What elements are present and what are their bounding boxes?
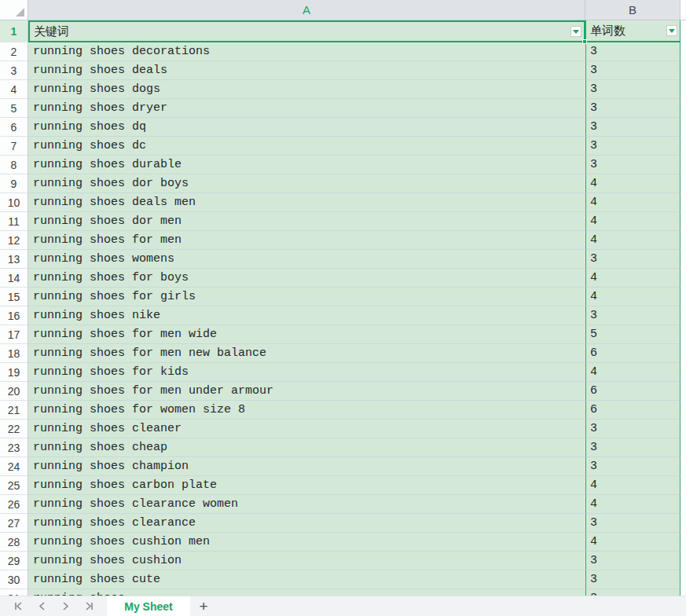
row-header[interactable]: 10 [0,193,28,212]
filter-dropdown-button-b[interactable] [666,25,677,36]
row-header[interactable]: 21 [0,401,28,420]
column-header-a[interactable]: A [28,0,585,20]
count-cell[interactable]: 4 [585,212,680,231]
row-header[interactable]: 27 [0,514,28,533]
prev-sheet-button[interactable] [30,596,53,616]
row-header[interactable]: 25 [0,476,28,495]
row-header[interactable]: 3 [0,61,28,80]
row-header[interactable]: 29 [0,552,28,570]
row-header[interactable]: 18 [0,344,28,363]
row-header[interactable]: 13 [0,250,28,269]
row-header[interactable]: 31 [0,589,28,596]
keyword-cell[interactable]: running shoes cleaner [28,420,585,438]
keyword-cell[interactable]: running shoes dor men [28,212,585,231]
row-header[interactable]: 5 [0,99,28,118]
select-all-corner[interactable] [0,0,28,20]
count-cell[interactable]: 3 [585,137,680,156]
keyword-cell[interactable]: running shoes dryer [28,99,585,118]
cell-a1-selected[interactable]: 关键词 [28,20,585,42]
row-header[interactable]: 19 [0,363,28,382]
keyword-cell[interactable]: running shoes durable [28,156,585,174]
selection-fill-handle[interactable] [582,39,587,44]
row-header[interactable]: 26 [0,495,28,514]
row-header[interactable]: 23 [0,438,28,457]
row-header[interactable]: 4 [0,80,28,99]
count-cell[interactable]: 3 [585,156,680,174]
keyword-cell[interactable]: running shoes for men [28,231,585,250]
next-sheet-button[interactable] [53,596,77,616]
row-header-1[interactable]: 1 [0,20,28,42]
row-header[interactable]: 11 [0,212,28,231]
keyword-cell[interactable]: running shoes dogs [28,80,585,99]
count-cell[interactable]: 3 [585,514,680,533]
keyword-cell[interactable]: running shoes cheap [28,438,585,457]
row-header[interactable]: 2 [0,42,28,61]
count-cell[interactable]: 6 [585,344,680,363]
row-header[interactable]: 28 [0,533,28,552]
keyword-cell[interactable]: running shoes cushion [28,552,585,570]
count-cell[interactable]: 4 [585,193,680,212]
count-cell[interactable]: 3 [585,42,680,61]
count-cell[interactable]: 3 [585,99,680,118]
count-cell[interactable]: 4 [585,288,680,306]
row-header[interactable]: 9 [0,174,28,193]
keyword-cell[interactable]: running shoes carbon plate [28,476,585,495]
keyword-cell[interactable]: running shoes for boys [28,269,585,288]
count-cell[interactable]: 6 [585,401,680,420]
row-header[interactable]: 12 [0,231,28,250]
count-cell[interactable]: 3 [585,61,680,80]
sheet-tab-my-sheet[interactable]: My Sheet [107,596,190,616]
count-cell[interactable]: 3 [585,552,680,570]
keyword-cell[interactable]: running shoes for men wide [28,325,585,344]
count-cell[interactable]: 4 [585,231,680,250]
keyword-cell[interactable]: running shoes deals [28,61,585,80]
count-cell[interactable]: 4 [585,363,680,382]
count-cell[interactable]: 3 [585,438,680,457]
keyword-cell[interactable]: running shoes for kids [28,363,585,382]
count-cell[interactable]: 3 [585,306,680,325]
row-header[interactable]: 7 [0,137,28,156]
keyword-cell[interactable]: running shoes for men under armour [28,382,585,401]
keyword-cell[interactable]: running shoes dor boys [28,174,585,193]
row-header[interactable]: 14 [0,269,28,288]
cell-b1[interactable]: 单词数 [585,20,680,42]
column-header-b[interactable]: B [585,0,680,20]
count-cell[interactable]: 3 [585,457,680,476]
row-header[interactable]: 17 [0,325,28,344]
count-cell[interactable]: 4 [585,269,680,288]
keyword-cell[interactable]: running shoes dq [28,118,585,137]
keyword-cell[interactable]: running shoes clearance women [28,495,585,514]
keyword-cell[interactable]: running shoes nike [28,306,585,325]
count-cell[interactable]: 3 [585,250,680,269]
keyword-cell[interactable]: running shoes womens [28,250,585,269]
keyword-cell[interactable]: running shoes clearance [28,514,585,533]
first-sheet-button[interactable] [6,596,30,616]
count-cell[interactable]: 3 [585,118,680,137]
count-cell[interactable]: 4 [585,174,680,193]
row-header[interactable]: 30 [0,570,28,589]
keyword-cell[interactable]: running shoes for men new balance [28,344,585,363]
count-cell[interactable]: 3 [585,570,680,589]
add-sheet-button[interactable]: + [190,596,217,616]
count-cell[interactable]: 4 [585,533,680,552]
row-header[interactable]: 20 [0,382,28,401]
row-header[interactable]: 8 [0,156,28,174]
keyword-cell[interactable]: running shoes for women size 8 [28,401,585,420]
keyword-cell[interactable]: running shoes dc [28,137,585,156]
keyword-cell[interactable]: running shoes cushion men [28,533,585,552]
count-cell[interactable]: 3 [585,589,680,596]
count-cell[interactable]: 3 [585,420,680,438]
row-header[interactable]: 15 [0,288,28,306]
keyword-cell[interactable]: running shoes deals men [28,193,585,212]
row-header[interactable]: 22 [0,420,28,438]
keyword-cell[interactable]: running shoes decorations [28,42,585,61]
count-cell[interactable]: 5 [585,325,680,344]
row-header[interactable]: 24 [0,457,28,476]
count-cell[interactable]: 6 [585,382,680,401]
last-sheet-button[interactable] [77,596,101,616]
keyword-cell[interactable]: running shoes [28,589,585,596]
keyword-cell[interactable]: running shoes champion [28,457,585,476]
count-cell[interactable]: 3 [585,80,680,99]
row-header[interactable]: 16 [0,306,28,325]
count-cell[interactable]: 4 [585,495,680,514]
